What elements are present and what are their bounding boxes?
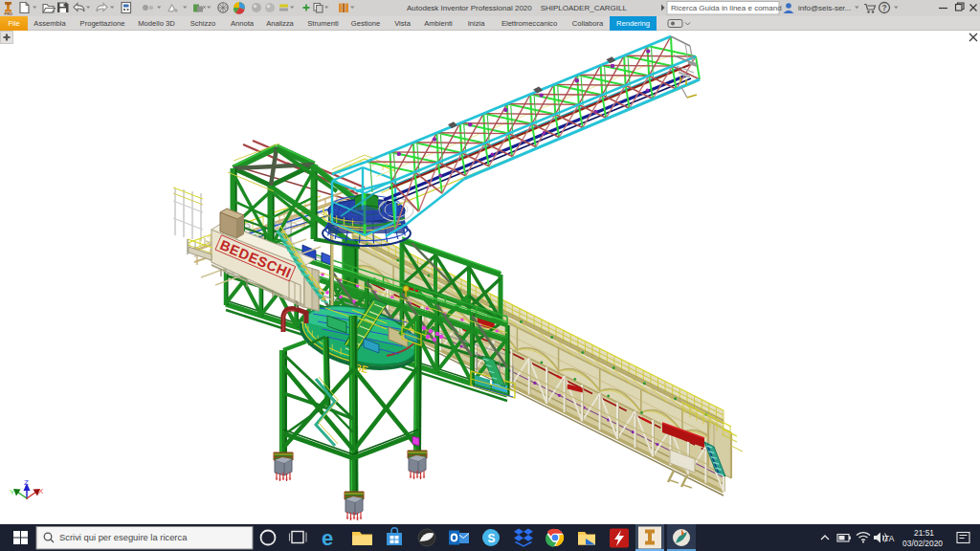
svg-text:Y: Y bbox=[10, 488, 15, 496]
svg-text:ITA: ITA bbox=[882, 534, 895, 543]
svg-text:X: X bbox=[38, 487, 44, 496]
svg-text:?: ? bbox=[882, 3, 887, 12]
svg-text:PRO: PRO bbox=[5, 11, 13, 16]
svg-text:e: e bbox=[322, 526, 333, 550]
svg-text:21:51: 21:51 bbox=[914, 528, 934, 538]
svg-text:Z: Z bbox=[24, 478, 29, 487]
svg-text:03/02/2020: 03/02/2020 bbox=[902, 539, 943, 548]
svg-text:S: S bbox=[488, 532, 496, 545]
